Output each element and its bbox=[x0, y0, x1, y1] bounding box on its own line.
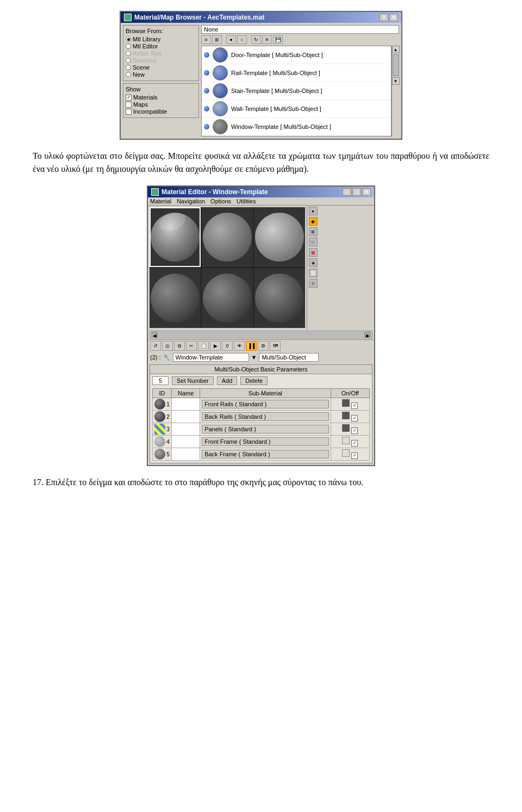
sidebar-icon-1[interactable]: ● bbox=[309, 207, 318, 215]
refresh-btn[interactable]: ↻ bbox=[251, 35, 261, 44]
ed-btn-options[interactable]: ⚙ bbox=[258, 341, 269, 351]
delete-btn[interactable]: ✕ bbox=[262, 35, 272, 44]
row4-checkbox[interactable]: ✓ bbox=[351, 440, 358, 447]
mat-item-rail[interactable]: Rail-Template [ Multi/Sub-Object ] bbox=[202, 64, 391, 82]
row4-submat-btn[interactable]: Front Frame ( Standard ) bbox=[202, 437, 328, 446]
sidebar-icon-3[interactable]: ⊞ bbox=[309, 227, 318, 236]
h-scroll-left[interactable]: ◄ bbox=[151, 332, 158, 337]
row2-name[interactable] bbox=[172, 411, 200, 423]
row1-checkbox[interactable]: ✓ bbox=[351, 402, 358, 409]
row3-submat[interactable]: Panels ( Standard ) bbox=[200, 423, 331, 436]
ed-btn-copy[interactable]: ⧉ bbox=[174, 341, 185, 351]
checkbox-maps[interactable]: Maps bbox=[126, 101, 196, 108]
save-btn[interactable]: 💾 bbox=[273, 35, 283, 44]
row2-submat-btn[interactable]: Back Rails ( Standard ) bbox=[202, 412, 328, 421]
sphere-3 bbox=[255, 213, 304, 262]
radio-mtl-library[interactable]: Mtl Library bbox=[126, 36, 196, 42]
row5-name[interactable] bbox=[172, 448, 200, 461]
ed-btn-paste[interactable]: 📋 bbox=[198, 341, 209, 351]
radio-mtl-editor[interactable]: Mtl Editor bbox=[126, 43, 196, 49]
mat-name-dropdown-arrow[interactable]: ▼ bbox=[251, 354, 257, 361]
sphere-cell-3[interactable] bbox=[254, 207, 305, 267]
ed-btn-map[interactable]: 🗺 bbox=[270, 341, 281, 351]
material-name-input[interactable] bbox=[173, 353, 249, 362]
row5-name-input[interactable] bbox=[173, 450, 198, 458]
row5-submat-btn[interactable]: Back Frame ( Standard ) bbox=[202, 450, 328, 458]
mat-item-wall[interactable]: Wall-Template [ Multi/Sub-Object ] bbox=[202, 100, 391, 118]
circle-btn[interactable]: ○ bbox=[237, 35, 247, 44]
ed-btn-assign[interactable]: ▶ bbox=[210, 341, 221, 351]
editor-close-button[interactable]: ✕ bbox=[362, 188, 371, 196]
ed-btn-sphere[interactable]: ◎ bbox=[162, 341, 173, 351]
row5-id: 5 bbox=[153, 448, 172, 461]
scroll-thumb[interactable] bbox=[393, 54, 399, 76]
sidebar-icon-6[interactable]: ◈ bbox=[309, 258, 318, 267]
menu-material[interactable]: Material bbox=[150, 198, 171, 204]
sidebar-icon-7[interactable]: ⬜ bbox=[309, 269, 318, 277]
row2-submat[interactable]: Back Rails ( Standard ) bbox=[200, 411, 331, 423]
scroll-up-arrow[interactable]: ▲ bbox=[392, 46, 400, 53]
sphere-cell-2[interactable] bbox=[202, 207, 253, 267]
editor-maximize-button[interactable]: □ bbox=[352, 188, 361, 196]
row4-swatch bbox=[342, 437, 350, 444]
row3-checkbox[interactable]: ✓ bbox=[351, 427, 358, 434]
radio-selected[interactable]: Selected bbox=[126, 57, 196, 64]
set-number-field[interactable] bbox=[152, 376, 169, 385]
mat-item-window[interactable]: Window-Template [ Multi/Sub-Object ] bbox=[202, 118, 391, 136]
help-button[interactable]: ? bbox=[380, 14, 388, 21]
checkbox-incompatible[interactable]: Incompatible bbox=[126, 108, 196, 115]
row3-name-input[interactable] bbox=[173, 425, 198, 433]
mat-item-stair[interactable]: Stair-Template [ Multi/Sub-Object ] bbox=[202, 82, 391, 100]
material-type-input[interactable] bbox=[259, 353, 319, 362]
row5-onoff: ✓ bbox=[331, 448, 369, 461]
sphere-cell-1[interactable] bbox=[150, 207, 201, 267]
menu-utilities[interactable]: Utilities bbox=[237, 198, 256, 204]
radio-scene[interactable]: Scene bbox=[126, 64, 196, 71]
menu-navigation[interactable]: Navigation bbox=[177, 198, 205, 204]
menu-options[interactable]: Options bbox=[210, 198, 231, 204]
ed-btn-rotate[interactable]: ↺ bbox=[150, 341, 161, 351]
browse-from-label: Browse From: bbox=[126, 28, 196, 34]
ed-btn-active[interactable]: ▐▐ bbox=[246, 341, 257, 351]
mat-item-door[interactable]: Door-Template [ Multi/Sub-Object ] bbox=[202, 46, 391, 64]
sidebar-icon-4[interactable]: □ bbox=[309, 238, 318, 246]
editor-minimize-button[interactable]: ─ bbox=[343, 188, 351, 196]
list-view-btn[interactable]: ≡ bbox=[201, 35, 211, 44]
row3-name[interactable] bbox=[172, 423, 200, 436]
ed-btn-show[interactable]: 👁 bbox=[234, 341, 245, 351]
browser-scrollbar[interactable]: ▲ ▼ bbox=[391, 46, 399, 137]
radio-new[interactable]: New bbox=[126, 71, 196, 78]
close-button[interactable]: ✕ bbox=[389, 14, 398, 21]
delete-button[interactable]: Delete bbox=[240, 376, 268, 385]
row4-name-input[interactable] bbox=[173, 438, 198, 446]
row1-submat-btn[interactable]: Front Rails ( Standard ) bbox=[202, 400, 328, 408]
row2-name-input[interactable] bbox=[173, 413, 198, 421]
ed-btn-reset[interactable]: 0 bbox=[222, 341, 233, 351]
row2-checkbox[interactable]: ✓ bbox=[351, 415, 358, 422]
sphere-cell-4[interactable] bbox=[150, 268, 201, 328]
row5-checkbox[interactable]: ✓ bbox=[351, 453, 358, 459]
row4-name[interactable] bbox=[172, 436, 200, 448]
none-dropdown[interactable] bbox=[201, 25, 399, 34]
row1-name-input[interactable] bbox=[173, 400, 198, 408]
sidebar-icon-5[interactable]: ▦ bbox=[309, 248, 318, 257]
row5-submat[interactable]: Back Frame ( Standard ) bbox=[200, 448, 331, 461]
sphere-cell-5[interactable] bbox=[202, 268, 253, 328]
row1-name[interactable] bbox=[172, 398, 200, 411]
sidebar-icon-8[interactable]: ⁞⁞ bbox=[309, 279, 318, 288]
sidebar-icon-2[interactable]: ◉ bbox=[309, 217, 318, 226]
sphere-cell-6[interactable] bbox=[254, 268, 305, 328]
add-button[interactable]: Add bbox=[217, 376, 238, 385]
h-scrollbar[interactable]: ◄ ► bbox=[150, 331, 372, 338]
set-number-button[interactable]: Set Number bbox=[172, 376, 214, 385]
dot-btn[interactable]: ● bbox=[226, 35, 236, 44]
checkbox-materials[interactable]: ✓ Materials bbox=[126, 94, 196, 101]
row4-submat[interactable]: Front Frame ( Standard ) bbox=[200, 436, 331, 448]
h-scroll-right[interactable]: ► bbox=[364, 332, 371, 337]
row3-submat-btn[interactable]: Panels ( Standard ) bbox=[202, 425, 328, 433]
row1-submat[interactable]: Front Rails ( Standard ) bbox=[200, 398, 331, 411]
ed-btn-cut[interactable]: ✂ bbox=[186, 341, 197, 351]
radio-active-slot[interactable]: Active Slot bbox=[126, 50, 196, 57]
icon-view-btn[interactable]: ⊞ bbox=[212, 35, 222, 44]
scroll-down-arrow[interactable]: ▼ bbox=[392, 77, 400, 85]
